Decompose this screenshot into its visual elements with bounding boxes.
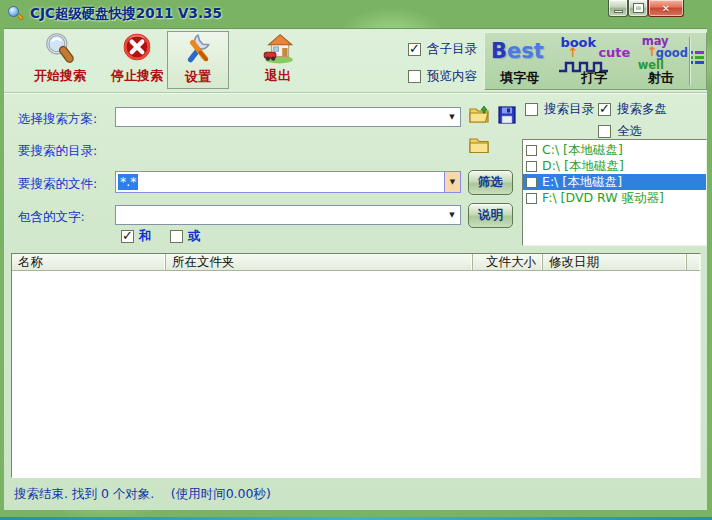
- drive-e-checkbox[interactable]: [526, 177, 537, 188]
- file-pattern-label: 要搜索的文件:: [18, 176, 97, 193]
- drive-item-c[interactable]: C:\ [本地磁盘]: [523, 142, 706, 158]
- drive-list[interactable]: C:\ [本地磁盘] D:\ [本地磁盘] E:\ [本地磁盘] F:\ [DV…: [522, 139, 707, 246]
- toolbar: 开始搜索 停止搜索 设置: [4, 29, 707, 93]
- select-all-option[interactable]: 全选: [598, 123, 642, 140]
- column-header-name[interactable]: 名称: [12, 254, 166, 270]
- status-bar: 搜索结束. 找到 0 个对象. (使用时间0.00秒): [4, 478, 707, 511]
- filter-button[interactable]: 筛选: [468, 170, 513, 195]
- ads-divider: [689, 37, 690, 85]
- and-checkbox[interactable]: [121, 230, 134, 243]
- browse-folder-icon[interactable]: [468, 136, 490, 155]
- minimize-button[interactable]: [608, 0, 628, 17]
- ad-fill-letters-label: 填字母: [485, 69, 554, 87]
- and-label: 和: [139, 228, 152, 245]
- include-subdirs-checkbox[interactable]: [408, 43, 421, 56]
- drive-d-checkbox[interactable]: [526, 161, 537, 172]
- file-pattern-combobox[interactable]: *.* ▼: [115, 171, 461, 193]
- title-bar[interactable]: CJC超级硬盘快搜2011 V3.35: [0, 0, 712, 28]
- drive-e-label: E:\ [本地磁盘]: [542, 174, 622, 191]
- ad-word-book: book: [560, 35, 596, 50]
- preview-content-option[interactable]: 预览内容: [408, 68, 477, 85]
- ad-typing-label: 打字: [554, 69, 633, 87]
- include-subdirs-option[interactable]: 含子目录: [408, 41, 477, 58]
- ad-shooting-label: 射击: [634, 69, 688, 87]
- exit-label: 退出: [265, 67, 291, 85]
- chevron-down-icon[interactable]: ▼: [446, 108, 458, 126]
- results-listview: 名称 所在文件夹 文件大小 修改日期: [11, 253, 701, 478]
- search-dir-label: 搜索目录: [544, 101, 594, 118]
- start-search-button[interactable]: 开始搜索: [18, 31, 102, 89]
- exit-button[interactable]: 退出: [244, 31, 312, 89]
- ad-typing[interactable]: book cute ↑ 打字: [554, 33, 633, 89]
- help-button[interactable]: 说明: [468, 203, 513, 228]
- search-icon: [43, 31, 77, 65]
- stop-search-button[interactable]: 停止搜索: [100, 31, 174, 89]
- chevron-down-icon[interactable]: ▼: [444, 172, 460, 192]
- window-title: CJC超级硬盘快搜2011 V3.35: [30, 5, 222, 23]
- settings-button[interactable]: 设置: [167, 31, 229, 89]
- minimize-icon: [614, 10, 623, 13]
- ad-fill-letters[interactable]: Best 填字母: [485, 33, 554, 89]
- file-pattern-value: *.*: [118, 174, 138, 190]
- results-header: 名称 所在文件夹 文件大小 修改日期: [12, 254, 700, 271]
- window-controls: ✕: [608, 0, 684, 17]
- drive-item-e[interactable]: E:\ [本地磁盘]: [523, 174, 706, 190]
- search-dir-option[interactable]: 搜索目录: [525, 101, 594, 118]
- results-body[interactable]: [12, 271, 700, 478]
- stop-icon: [120, 31, 154, 65]
- select-all-label: 全选: [617, 123, 642, 140]
- drive-item-d[interactable]: D:\ [本地磁盘]: [523, 158, 706, 174]
- status-text: 搜索结束. 找到 0 个对象. (使用时间0.00秒): [14, 486, 271, 503]
- and-option[interactable]: 和: [121, 228, 152, 245]
- ad-shooting[interactable]: may good well ↑ 射击: [634, 33, 706, 89]
- contains-text-label: 包含的文字:: [18, 209, 85, 226]
- drive-f-checkbox[interactable]: [526, 193, 537, 204]
- start-search-label: 开始搜索: [34, 67, 86, 85]
- column-header-date[interactable]: 修改日期: [543, 254, 687, 270]
- include-subdirs-label: 含子目录: [427, 41, 477, 58]
- preview-content-label: 预览内容: [427, 68, 477, 85]
- save-icon[interactable]: [498, 106, 516, 124]
- app-window: CJC超级硬盘快搜2011 V3.35 ✕ 开始搜索: [0, 0, 712, 520]
- or-option[interactable]: 或: [170, 228, 201, 245]
- game-ads-panel: Best 填字母 book cute ↑ 打字 may good well ↑: [484, 32, 707, 90]
- multi-disk-checkbox[interactable]: [598, 103, 611, 116]
- scheme-label: 选择搜索方案:: [18, 111, 97, 128]
- close-icon: ✕: [662, 3, 670, 14]
- drive-item-f[interactable]: F:\ [DVD RW 驱动器]: [523, 190, 706, 206]
- column-header-size[interactable]: 文件大小: [473, 254, 543, 270]
- search-dir-checkbox[interactable]: [525, 103, 538, 116]
- settings-label: 设置: [185, 68, 211, 86]
- tools-icon: [181, 32, 215, 66]
- multi-disk-option[interactable]: 搜索多盘: [598, 101, 667, 118]
- multi-disk-label: 搜索多盘: [617, 101, 667, 118]
- drive-d-label: D:\ [本地磁盘]: [542, 158, 624, 175]
- chevron-down-icon[interactable]: ▼: [446, 206, 458, 224]
- or-label: 或: [188, 228, 201, 245]
- preview-content-checkbox[interactable]: [408, 70, 421, 83]
- column-header-folder[interactable]: 所在文件夹: [166, 254, 473, 270]
- app-magnifier-icon: [8, 6, 24, 22]
- up-arrow-icon: ↑: [647, 44, 658, 59]
- or-checkbox[interactable]: [170, 230, 183, 243]
- scheme-combobox[interactable]: ▼: [115, 107, 461, 127]
- directory-label: 要搜索的目录:: [18, 143, 97, 160]
- exit-home-icon: [261, 31, 295, 65]
- stop-search-label: 停止搜索: [111, 67, 163, 85]
- menu-list-icon: [691, 51, 704, 66]
- column-header-filler: [687, 254, 700, 270]
- client-area: 开始搜索 停止搜索 设置: [4, 28, 707, 510]
- open-folder-icon[interactable]: [468, 103, 490, 125]
- maximize-icon: [634, 4, 643, 12]
- drive-c-checkbox[interactable]: [526, 145, 537, 156]
- maximize-button[interactable]: [628, 0, 648, 17]
- up-arrow-icon: ↑: [567, 45, 578, 60]
- ad-word-cute: cute: [598, 45, 630, 60]
- contains-text-combobox[interactable]: ▼: [115, 205, 461, 225]
- drive-f-label: F:\ [DVD RW 驱动器]: [542, 190, 664, 207]
- select-all-checkbox[interactable]: [598, 125, 611, 138]
- drive-c-label: C:\ [本地磁盘]: [542, 142, 623, 159]
- close-button[interactable]: ✕: [648, 0, 684, 17]
- ad-best-word: Best: [491, 39, 544, 63]
